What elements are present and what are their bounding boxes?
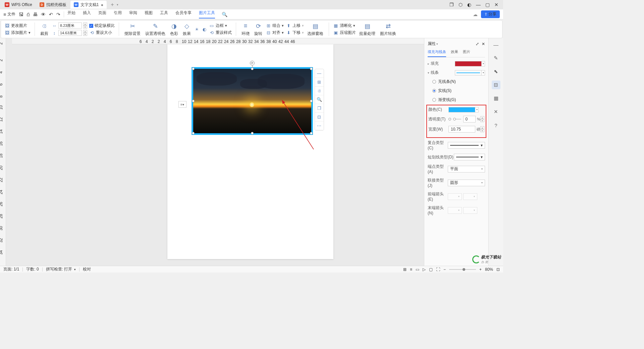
zoom-in-button[interactable]: +	[479, 267, 482, 272]
view-print-icon[interactable]: ▢	[429, 267, 433, 272]
menu-page[interactable]: 页面	[98, 10, 106, 18]
resize-handle-s[interactable]	[251, 132, 254, 135]
resize-handle-se[interactable]	[310, 132, 313, 135]
view-read-icon[interactable]: ▷	[423, 267, 426, 272]
reset-size-button[interactable]: ⟲重设大小	[89, 30, 115, 36]
new-tab-button[interactable]: +	[111, 2, 114, 8]
lock-ratio-checkbox[interactable]: ✓锁定纵横比	[89, 23, 115, 29]
set-transparent-button[interactable]: ✎设置透明色	[144, 22, 167, 37]
minimize-button[interactable]: —	[476, 2, 481, 7]
align-button[interactable]: ⊟对齐 ▾	[266, 30, 284, 36]
help-tool-icon[interactable]: ?	[492, 121, 500, 130]
proofing-status[interactable]: 校对	[83, 266, 91, 272]
tab-fill-line[interactable]: 填充与线条	[428, 49, 446, 57]
wrap-button[interactable]: ≡环绕	[240, 22, 251, 37]
resize-handle-sw[interactable]	[192, 132, 195, 135]
menu-reference[interactable]: 引用	[114, 10, 122, 18]
undo-icon[interactable]: ↶	[49, 12, 53, 17]
tab-home[interactable]: W WPS Office	[1, 1, 36, 9]
opacity-input[interactable]: 0	[463, 116, 476, 122]
combine-button[interactable]: ⊞组合 ▾	[266, 23, 284, 29]
zoom-slider[interactable]	[449, 269, 476, 270]
collapse-sidebar-icon[interactable]: —	[492, 40, 500, 49]
sharpen-button[interactable]: ▦清晰化 ▾	[333, 23, 356, 29]
convert-button[interactable]: ⇄图片转换	[379, 22, 397, 37]
brightness-button[interactable]: ☀	[194, 27, 200, 32]
selected-image[interactable]: ⟳ ≡▾	[192, 67, 313, 135]
batch-button[interactable]: ▤批量处理	[358, 22, 377, 37]
save-icon[interactable]: 🖫	[19, 12, 23, 17]
document-canvas[interactable]: ⟳ ≡▾	[12, 44, 488, 266]
add-picture-button[interactable]: 🖼添加图片 ▾	[4, 30, 31, 36]
share-button[interactable]: ⇪ 分享	[481, 10, 500, 18]
float-more-icon[interactable]: ⋯	[315, 121, 324, 130]
dash-select[interactable]: ▾	[454, 154, 485, 160]
menu-insert[interactable]: 插入	[83, 10, 91, 18]
fill-color-dropdown[interactable]: ▾	[482, 61, 485, 66]
zoom-level[interactable]: 80%	[485, 267, 493, 272]
view-outline-icon[interactable]: ≡	[410, 267, 412, 272]
remove-bg-button[interactable]: ✂抠除背景	[123, 22, 142, 37]
spellcheck-status[interactable]: 拼写检查: 打开	[46, 266, 72, 272]
close-window-button[interactable]: ✕	[494, 2, 498, 7]
line-color-value[interactable]	[448, 107, 475, 112]
line-section[interactable]: ▾线条 ▾	[428, 70, 485, 76]
menu-tools[interactable]: 工具	[160, 10, 168, 18]
file-menu[interactable]: ≡ 文件	[3, 11, 15, 17]
win-copy-icon[interactable]: ❐	[449, 2, 454, 7]
zoom-out-button[interactable]: −	[443, 267, 446, 272]
print-icon[interactable]: 🖶	[33, 12, 38, 17]
opacity-slider[interactable]	[453, 119, 461, 119]
fit-page-icon[interactable]: ⊡	[496, 267, 500, 272]
effect-button[interactable]: ◇效果	[181, 22, 192, 37]
float-ocr-icon[interactable]: ⊡	[315, 113, 324, 121]
contrast-button[interactable]: ◐	[202, 27, 207, 32]
width-spinner[interactable]: ▴▾	[83, 22, 87, 29]
redo-icon[interactable]: ↷	[56, 12, 60, 17]
line-color-value-dropdown[interactable]: ▾	[475, 107, 479, 112]
menu-start[interactable]: 开始	[67, 10, 75, 18]
settings-tool-icon[interactable]: ✕	[492, 107, 500, 116]
float-copy-icon[interactable]: ❐	[315, 104, 324, 113]
maximize-button[interactable]: ▢	[485, 2, 490, 7]
tab-template[interactable]: D 找稻壳模板	[36, 1, 70, 9]
crop-button[interactable]: ⟃裁剪	[39, 22, 50, 37]
reset-style-button[interactable]: ⟲重设样式	[209, 30, 232, 36]
resize-handle-e[interactable]	[310, 100, 313, 102]
float-zoom-icon[interactable]: 🔍	[315, 95, 324, 104]
export-icon[interactable]: ⎙	[27, 12, 30, 17]
view-grid-icon[interactable]: ⊞	[403, 267, 407, 272]
rotate-button[interactable]: ⟳旋转	[253, 22, 264, 37]
print-preview-icon[interactable]: 👁	[41, 12, 46, 17]
view-fullscreen-icon[interactable]: ⛶	[436, 267, 440, 272]
selection-pane-button[interactable]: ▤选择窗格	[306, 22, 325, 37]
word-count[interactable]: 字数: 0	[26, 266, 39, 272]
fill-color-swatch[interactable]	[455, 61, 482, 66]
opacity-slider-start[interactable]	[448, 118, 451, 120]
view-web-icon[interactable]: ▭	[416, 267, 419, 272]
line-color-swatch[interactable]	[455, 70, 482, 76]
line-color-dropdown[interactable]: ▾	[482, 70, 485, 76]
menu-picture-tools[interactable]: 图片工具	[199, 10, 215, 18]
select-tool-icon[interactable]: ⬉	[492, 67, 500, 76]
page-indicator[interactable]: 页面: 1/1	[3, 266, 19, 272]
color-button[interactable]: ◑色彩	[169, 22, 179, 37]
tab-picture[interactable]: 图片	[463, 49, 470, 57]
radio-no-line[interactable]: 无线条(N)	[428, 79, 485, 85]
pin-icon[interactable]: ⤢	[476, 42, 479, 46]
gallery-tool-icon[interactable]: ▦	[492, 94, 500, 103]
win-cube-icon[interactable]: ⬡	[459, 2, 463, 7]
cloud-icon[interactable]: ☁	[473, 12, 478, 17]
radio-gradient-line[interactable]: 渐变线(G)	[428, 97, 485, 103]
properties-tool-icon[interactable]: ⊟	[492, 81, 500, 89]
float-layout-icon[interactable]: ⊞	[315, 78, 324, 87]
radio-solid-line[interactable]: 实线(S)	[428, 88, 485, 94]
line-width-spinner[interactable]: ▴▾	[480, 126, 484, 132]
close-panel-icon[interactable]: ✕	[482, 42, 485, 46]
fill-section[interactable]: ▸填充 ▾	[428, 61, 485, 66]
search-icon[interactable]: 🔍	[222, 12, 227, 17]
border-button[interactable]: ▭边框 ▾	[209, 23, 232, 29]
resize-handle-n[interactable]	[251, 67, 254, 70]
resize-handle-w[interactable]	[192, 100, 195, 102]
tab-effect[interactable]: 效果	[451, 49, 458, 57]
